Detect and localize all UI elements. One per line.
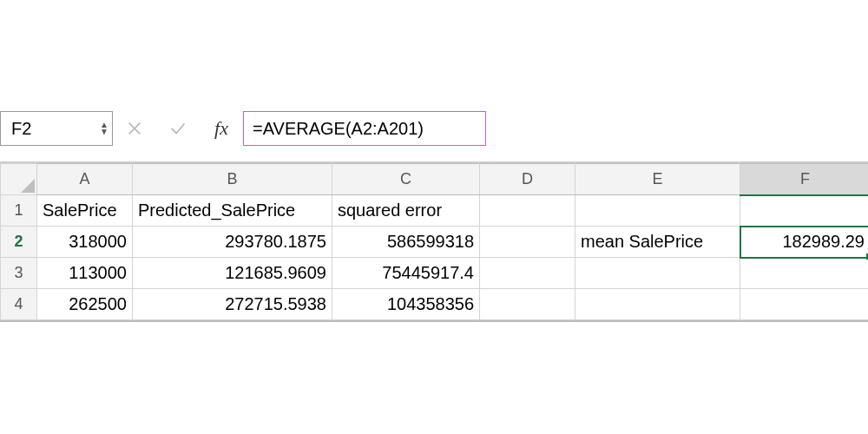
- row-header-2[interactable]: 2: [1, 227, 37, 258]
- cell-A4[interactable]: 262500: [37, 289, 133, 320]
- cell-F1[interactable]: [740, 195, 869, 227]
- row-header-4[interactable]: 4: [1, 289, 37, 320]
- row-header-3[interactable]: 3: [1, 258, 37, 289]
- formula-text: =AVERAGE(A2:A201): [253, 119, 424, 139]
- col-header-A[interactable]: A: [37, 164, 133, 195]
- table-row: 4 262500 272715.5938 104358356: [1, 289, 869, 320]
- chevron-down-icon[interactable]: ▼: [100, 128, 108, 135]
- select-all-corner[interactable]: [1, 164, 37, 195]
- cell-C2[interactable]: 586599318: [332, 227, 480, 258]
- name-box[interactable]: F2 ▲ ▼: [0, 111, 113, 146]
- cell-B1[interactable]: Predicted_SalePrice: [133, 195, 332, 227]
- cancel-button[interactable]: [113, 111, 156, 146]
- cell-A3[interactable]: 113000: [37, 258, 133, 289]
- cell-D2[interactable]: [480, 227, 575, 258]
- cell-F3[interactable]: [740, 258, 869, 289]
- cell-A1[interactable]: SalePrice: [37, 195, 133, 227]
- cell-F2[interactable]: 182989.29: [740, 227, 869, 258]
- formula-input[interactable]: =AVERAGE(A2:A201): [243, 111, 486, 146]
- cell-B2[interactable]: 293780.1875: [133, 227, 332, 258]
- spreadsheet-grid: A B C D E F 1 SalePrice Predicted_SalePr…: [0, 161, 868, 322]
- col-header-C[interactable]: C: [332, 164, 480, 195]
- cell-F4[interactable]: [740, 289, 869, 320]
- cell-E3[interactable]: [575, 258, 740, 289]
- cell-E1[interactable]: [575, 195, 740, 227]
- cell-E2[interactable]: mean SalePrice: [575, 227, 740, 258]
- col-header-F[interactable]: F: [740, 164, 869, 195]
- cell-C1[interactable]: squared error: [332, 195, 480, 227]
- name-box-stepper[interactable]: ▲ ▼: [100, 122, 108, 135]
- formula-bar: F2 ▲ ▼ fx =AVERAGE(A2:A201): [0, 104, 868, 153]
- cell-D1[interactable]: [480, 195, 575, 227]
- cell-B4[interactable]: 272715.5938: [133, 289, 332, 320]
- check-icon: [168, 119, 187, 138]
- col-header-D[interactable]: D: [480, 164, 575, 195]
- col-header-E[interactable]: E: [575, 164, 740, 195]
- table-row: 3 113000 121685.9609 75445917.4: [1, 258, 869, 289]
- table-row: 1 SalePrice Predicted_SalePrice squared …: [1, 195, 869, 227]
- cell-D4[interactable]: [480, 289, 575, 320]
- cell-C4[interactable]: 104358356: [332, 289, 480, 320]
- fx-icon[interactable]: fx: [200, 117, 243, 140]
- cells-table[interactable]: A B C D E F 1 SalePrice Predicted_SalePr…: [0, 163, 868, 320]
- row-header-1[interactable]: 1: [1, 195, 37, 227]
- col-header-B[interactable]: B: [133, 164, 332, 195]
- cell-C3[interactable]: 75445917.4: [332, 258, 480, 289]
- enter-button[interactable]: [156, 111, 200, 146]
- cell-A2[interactable]: 318000: [37, 227, 133, 258]
- column-header-row: A B C D E F: [1, 164, 869, 195]
- name-box-value: F2: [11, 119, 31, 139]
- cell-B3[interactable]: 121685.9609: [133, 258, 332, 289]
- cell-D3[interactable]: [480, 258, 575, 289]
- cell-E4[interactable]: [575, 289, 740, 320]
- x-icon: [125, 119, 144, 138]
- table-row: 2 318000 293780.1875 586599318 mean Sale…: [1, 227, 869, 258]
